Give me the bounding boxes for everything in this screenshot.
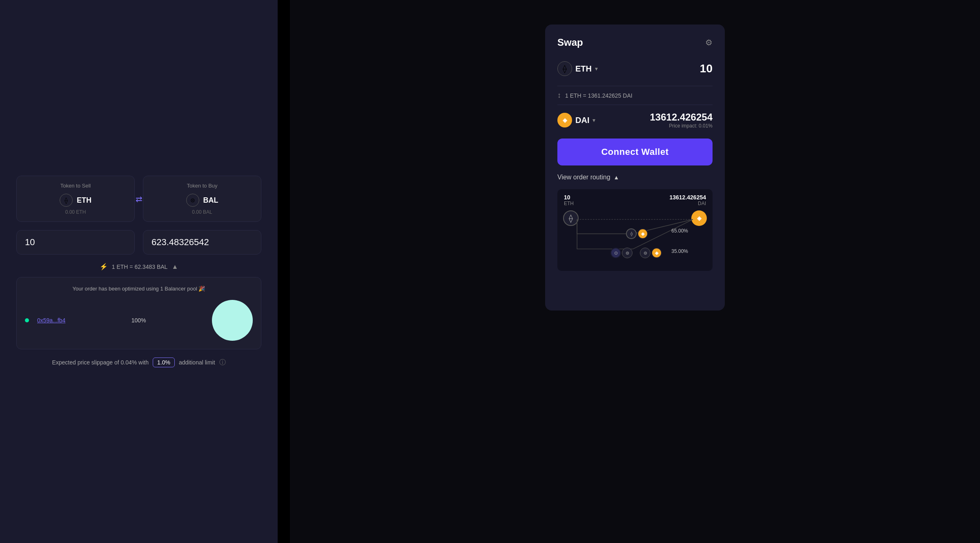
buy-token-name: BAL [203, 196, 218, 205]
order-info-text: Your order has been optimized using 1 Ba… [25, 286, 253, 292]
buy-balance: 0.00 BAL [150, 209, 254, 215]
mid-tokens-bottom: ⊙ ⊜ ⊜ ◈ [610, 248, 662, 258]
routing-diagram: 10 ETH 13612.426254 DAI ⟠ ◈ 65 [557, 189, 713, 271]
settings-icon[interactable]: ⚙ [705, 38, 713, 47]
sell-token-box[interactable]: Token to Sell ⟠ ETH 0.00 ETH [16, 176, 135, 222]
from-token-chevron: ▾ [595, 65, 598, 72]
slippage-text-before: Expected price slippage of 0.04% with [52, 359, 149, 366]
to-dai-icon: ◈ [557, 113, 572, 127]
slippage-badge[interactable]: 1.0% [153, 358, 175, 367]
mid-weth-icon: ⊙ [610, 248, 621, 258]
right-panel: Swap ⚙ ⟠ ETH ▾ 10 ↕ 1 ETH = 1361.242625 … [290, 0, 980, 543]
to-amount: 13612.426254 [650, 112, 713, 123]
to-token-pill[interactable]: ◈ DAI ▾ [557, 113, 595, 127]
to-token-row: ◈ DAI ▾ 13612.426254 Price impact: 0.01% [557, 112, 713, 129]
percent-35-label: 35.00% [671, 248, 688, 254]
swap-card: Swap ⚙ ⟠ ETH ▾ 10 ↕ 1 ETH = 1361.242625 … [545, 25, 725, 311]
amount-row: 10 623.48326542 [16, 230, 261, 255]
slippage-text-after: additional limit [179, 359, 215, 366]
rate-chevron-button[interactable]: ▲ [172, 263, 178, 270]
sell-token-name: ETH [77, 196, 91, 205]
info-icon[interactable]: ⓘ [219, 358, 226, 367]
exchange-rate-text: 1 ETH = 1361.242625 DAI [565, 92, 633, 99]
buy-amount: 623.48326542 [151, 237, 209, 248]
view-routing-label: View order routing [557, 174, 610, 181]
sell-balance: 0.00 ETH [23, 209, 128, 215]
exchange-rate-row: ↕ 1 ETH = 1361.242625 DAI [557, 86, 713, 105]
connect-wallet-button[interactable]: Connect Wallet [557, 139, 713, 165]
mid-bal-icon-2: ⊜ [640, 248, 650, 258]
rate-row: ⚡ 1 ETH = 62.3483 BAL ▲ [16, 263, 261, 270]
bal-icon: ⊜ [186, 194, 199, 207]
from-eth-icon: ⟠ [557, 61, 572, 76]
price-impact: Price impact: 0.01% [650, 123, 713, 129]
to-amount-block: 13612.426254 Price impact: 0.01% [650, 112, 713, 129]
card-header: Swap ⚙ [557, 37, 713, 48]
from-token-pill[interactable]: ⟠ ETH ▾ [557, 61, 598, 76]
swap-arrows-icon: ↕ [557, 91, 561, 100]
to-token-chevron: ▾ [592, 117, 595, 123]
routing-chevron-icon: ▲ [614, 174, 619, 181]
view-routing-row[interactable]: View order routing ▲ [557, 174, 713, 181]
sell-amount-box[interactable]: 10 [16, 230, 135, 255]
percent-65-label: 65.00% [671, 228, 688, 234]
mid-tokens-top: ⟠ ◈ [626, 228, 648, 239]
from-amount[interactable]: 10 [700, 62, 713, 75]
pool-percent: 100% [131, 317, 146, 324]
rate-icon: ⚡ [100, 263, 108, 270]
mid-bal-icon-1: ⊜ [622, 248, 633, 258]
buy-token-selector[interactable]: ⊜ BAL [150, 194, 254, 207]
slippage-row: Expected price slippage of 0.04% with 1.… [16, 358, 261, 367]
left-panel: Token to Sell ⟠ ETH 0.00 ETH ⇄ Token to … [0, 0, 278, 543]
from-token-name: ETH [575, 64, 592, 74]
buy-label: Token to Buy [150, 183, 254, 189]
to-token-name: DAI [575, 116, 589, 125]
sell-token-selector[interactable]: ⟠ ETH [23, 194, 128, 207]
order-row: 0x59a...fb4 100% [25, 300, 253, 341]
swap-arrows-button[interactable]: ⇄ [136, 194, 143, 204]
swap-widget: Token to Sell ⟠ ETH 0.00 ETH ⇄ Token to … [16, 176, 261, 367]
pool-address-link[interactable]: 0x59a...fb4 [37, 317, 65, 324]
token-selector-row: Token to Sell ⟠ ETH 0.00 ETH ⇄ Token to … [16, 176, 261, 222]
center-divider [278, 0, 290, 543]
eth-icon: ⟠ [60, 194, 73, 207]
buy-amount-box: 623.48326542 [143, 230, 261, 255]
mid-dai-icon: ◈ [637, 228, 648, 239]
sell-amount: 10 [25, 237, 35, 248]
pie-chart [212, 300, 253, 341]
spacer [633, 248, 639, 258]
mid-dai-icon-2: ◈ [651, 248, 662, 258]
rate-text: 1 ETH = 62.3483 BAL [112, 264, 168, 270]
order-panel: Your order has been optimized using 1 Ba… [16, 277, 261, 349]
mid-eth-icon: ⟠ [626, 228, 637, 239]
pool-dot [25, 318, 29, 322]
buy-token-box[interactable]: Token to Buy ⊜ BAL 0.00 BAL [143, 176, 261, 222]
sell-label: Token to Sell [23, 183, 128, 189]
from-token-row: ⟠ ETH ▾ 10 [557, 58, 713, 79]
card-title: Swap [557, 37, 583, 48]
